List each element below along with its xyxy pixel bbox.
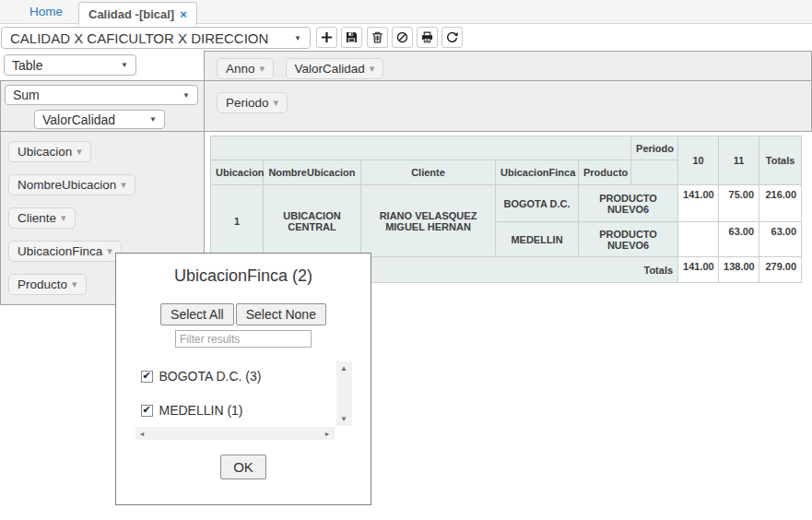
- row-label-finca-bogota[interactable]: BOGOTA D.C.: [496, 185, 579, 222]
- tab-close-icon[interactable]: ×: [180, 7, 187, 21]
- chevron-down-icon: ▼: [182, 91, 190, 100]
- attr-pill-cliente[interactable]: Cliente ▾: [8, 207, 76, 229]
- tab-calidad-label: Calidad -[bical]: [88, 7, 174, 21]
- row-label-nombreubicacion[interactable]: UBICACION CENTRAL: [264, 185, 361, 257]
- vertical-scrollbar[interactable]: ▲ ▼: [336, 361, 352, 426]
- attr-pill-ubicacionfinca[interactable]: UbicacionFinca ▾: [8, 241, 122, 262]
- attr-pill-nombreubicacion[interactable]: NombreUbicacion ▾: [8, 174, 135, 195]
- row-total-cell[interactable]: 216.00: [759, 185, 802, 222]
- attr-pill-ubicacion-label: Ubicacion: [18, 145, 72, 159]
- attr-pill-periodo[interactable]: Periodo ▾: [217, 92, 288, 113]
- attr-pill-producto-label: Producto: [18, 278, 67, 291]
- select-all-button[interactable]: Select All: [160, 303, 234, 325]
- dropdown-triangle-icon[interactable]: ▾: [274, 97, 279, 109]
- print-button[interactable]: [417, 27, 438, 48]
- corner-blank-cell: [211, 136, 631, 160]
- col-header-10[interactable]: 10: [678, 136, 719, 185]
- option-checkbox-medellin[interactable]: ✔: [141, 405, 153, 417]
- row-axis-label-cliente: Cliente: [361, 160, 496, 185]
- tab-calidad[interactable]: Calidad -[bical] ×: [78, 2, 197, 25]
- report-select-value: CALIDAD X CAFICULTOR X DIRECCION: [10, 30, 268, 46]
- value-select[interactable]: ValorCalidad ▼: [34, 110, 165, 129]
- row-label-producto[interactable]: PRODUCTO NUEVO6: [579, 185, 678, 222]
- list-item: ✔ BOGOTA D.C. (3): [141, 369, 262, 384]
- renderer-select-value: Table: [12, 58, 42, 73]
- row-label-cliente[interactable]: RIANO VELASQUEZ MIGUEL HERNAN: [361, 185, 496, 257]
- scroll-left-icon[interactable]: ◄: [135, 427, 149, 440]
- dropdown-triangle-icon[interactable]: ▾: [76, 146, 82, 158]
- attr-pill-valorcalidad[interactable]: ValorCalidad ▾: [286, 58, 384, 79]
- attr-pill-anno-label: Anno: [226, 62, 255, 76]
- scroll-right-icon[interactable]: ►: [321, 427, 335, 440]
- value-cell[interactable]: 75.00: [719, 185, 759, 222]
- aggregator-select[interactable]: Sum ▼: [5, 85, 198, 105]
- check-icon: ✔: [142, 371, 150, 381]
- attr-pill-ubicacion[interactable]: Ubicacion ▾: [8, 141, 91, 162]
- col-header-11[interactable]: 11: [719, 136, 759, 185]
- attr-pill-valorcalidad-label: ValorCalidad: [295, 62, 365, 76]
- row-label-producto[interactable]: PRODUCTO NUEVO6: [579, 222, 678, 257]
- tab-home[interactable]: Home: [29, 0, 63, 23]
- grand-total-cell[interactable]: 279.00: [759, 257, 802, 283]
- report-toolbar: CALIDAD X CAFICULTOR X DIRECCION ▼: [0, 24, 812, 51]
- plus-icon: [321, 31, 333, 43]
- select-none-button[interactable]: Select None: [236, 303, 326, 325]
- value-cell[interactable]: 141.00: [678, 185, 719, 222]
- save-icon: [346, 31, 358, 43]
- trash-icon: [371, 31, 383, 43]
- col-total-cell[interactable]: 141.00: [678, 257, 719, 283]
- refresh-button[interactable]: [441, 27, 463, 48]
- filter-dialog: UbicacionFinca (2) Select All Select Non…: [115, 253, 371, 505]
- dropdown-triangle-icon[interactable]: ▾: [72, 278, 77, 290]
- table-row: 1 UBICACION CENTRAL RIANO VELASQUEZ MIGU…: [211, 185, 802, 222]
- dropdown-triangle-icon[interactable]: ▾: [61, 212, 66, 224]
- scroll-down-icon[interactable]: ▼: [336, 412, 352, 426]
- cancel-button[interactable]: [392, 27, 413, 48]
- renderer-select[interactable]: Table ▼: [4, 54, 136, 76]
- ok-button[interactable]: OK: [220, 455, 266, 479]
- aggregator-select-value: Sum: [13, 88, 40, 102]
- attr-pill-nombreubicacion-label: NombreUbicacion: [18, 178, 116, 192]
- option-checkbox-bogota[interactable]: ✔: [141, 371, 153, 383]
- row-total-cell[interactable]: 63.00: [759, 222, 802, 257]
- option-label-medellin[interactable]: MEDELLIN (1): [159, 403, 243, 418]
- report-select[interactable]: CALIDAD X CAFICULTOR X DIRECCION ▼: [1, 27, 311, 49]
- horizontal-scrollbar[interactable]: ◄ ►: [135, 427, 335, 440]
- list-item: ✔ MEDELLIN (1): [141, 403, 243, 418]
- value-cell[interactable]: [678, 222, 719, 257]
- value-cell[interactable]: 63.00: [719, 222, 759, 257]
- chevron-down-icon: ▼: [294, 34, 301, 42]
- dropdown-triangle-icon[interactable]: ▾: [107, 245, 112, 257]
- scroll-up-icon[interactable]: ▲: [336, 361, 352, 375]
- filter-dialog-title: UbicacionFinca (2): [116, 266, 371, 286]
- save-report-button[interactable]: [341, 27, 362, 48]
- chevron-down-icon: ▼: [149, 115, 157, 124]
- row-axis-label-producto: Producto: [579, 160, 631, 185]
- dropdown-triangle-icon[interactable]: ▾: [121, 179, 126, 191]
- add-report-button[interactable]: [316, 27, 337, 48]
- value-select-value: ValorCalidad: [42, 112, 115, 127]
- option-label-bogota[interactable]: BOGOTA D.C. (3): [159, 369, 262, 384]
- unused-attributes-area: Anno ▾ ValorCalidad ▾: [204, 51, 812, 81]
- row-axis-label-ubicacionfinca: UbicacionFinca: [496, 160, 579, 185]
- attr-pill-producto[interactable]: Producto ▾: [8, 274, 87, 295]
- attr-pill-ubicacionfinca-label: UbicacionFinca: [18, 244, 102, 258]
- row-axis-label-nombreubicacion: NombreUbicacion: [264, 160, 361, 185]
- chevron-down-icon: ▼: [121, 61, 128, 69]
- check-icon: ✔: [142, 405, 150, 415]
- attr-pill-cliente-label: Cliente: [18, 211, 56, 225]
- filter-results-input[interactable]: [175, 330, 312, 348]
- row-label-ubicacion[interactable]: 1: [211, 185, 264, 257]
- dropdown-triangle-icon[interactable]: ▾: [260, 63, 265, 75]
- axis-blank-cell: [631, 160, 678, 185]
- tab-bar: Home Calidad -[bical] ×: [0, 0, 812, 24]
- dropdown-triangle-icon[interactable]: ▾: [370, 63, 375, 75]
- col-axis-label: Periodo: [631, 136, 678, 160]
- attr-pill-anno[interactable]: Anno ▾: [217, 58, 274, 79]
- row-label-finca-medellin[interactable]: MEDELLIN: [496, 222, 579, 257]
- col-total-cell[interactable]: 138.00: [719, 257, 759, 283]
- printer-icon: [421, 31, 433, 43]
- refresh-icon: [446, 31, 458, 43]
- delete-report-button[interactable]: [367, 27, 388, 48]
- ban-icon: [396, 31, 408, 43]
